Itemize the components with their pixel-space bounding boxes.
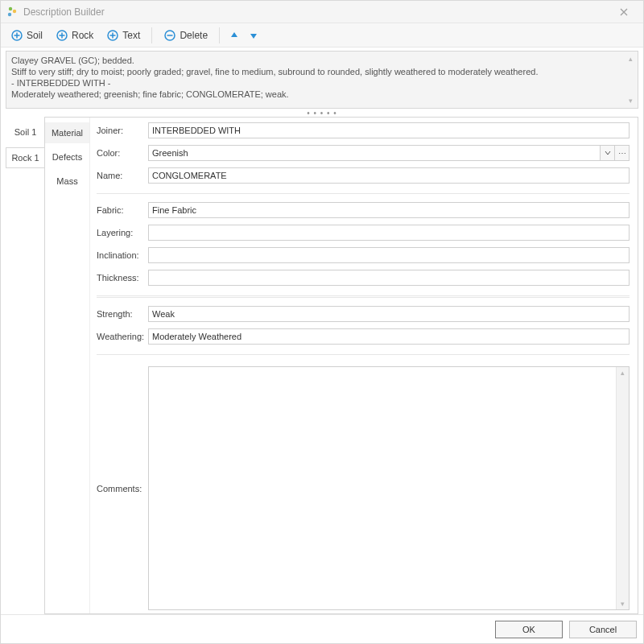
inclination-field[interactable] <box>148 247 630 263</box>
delete-button[interactable]: Delete <box>159 27 213 43</box>
svg-point-0 <box>9 6 12 10</box>
label-comments: Comments: <box>97 366 148 610</box>
app-icon <box>6 6 19 19</box>
label-joiner: Joiner: <box>97 126 148 135</box>
scroll-down-icon: ▾ <box>621 600 625 608</box>
toolbar-separator <box>151 27 152 43</box>
scroll-up-icon: ▴ <box>621 369 625 377</box>
minus-icon <box>163 29 176 42</box>
detail-panel: Material Defects Mass Joiner: Color: <box>44 117 638 614</box>
splitter-handle[interactable]: • • • • • <box>1 109 643 117</box>
category-tabs: Material Defects Mass <box>45 118 90 613</box>
layer-tabs: Soil 1 Rock 1 <box>6 117 44 614</box>
add-text-label: Text <box>122 30 140 41</box>
form-separator <box>97 354 630 355</box>
add-rock-button[interactable]: Rock <box>51 27 98 43</box>
window-title: Description Builder <box>23 6 609 18</box>
description-preview: Clayey GRAVEL (GC); bedded. Stiff to ver… <box>6 51 638 109</box>
tab-material[interactable]: Material <box>45 122 89 143</box>
label-strength: Strength: <box>97 309 148 319</box>
tab-soil-1[interactable]: Soil 1 <box>6 122 44 142</box>
work-area: Soil 1 Rock 1 Material Defects Mass Join… <box>1 117 643 614</box>
scroll-down-icon: ▾ <box>629 95 633 106</box>
dialog-footer: OK Cancel <box>1 614 643 643</box>
label-name: Name: <box>97 171 148 180</box>
add-rock-label: Rock <box>72 30 93 41</box>
color-more-button[interactable]: ⋯ <box>615 145 630 161</box>
thickness-field[interactable] <box>148 270 630 286</box>
weathering-field[interactable] <box>148 328 630 345</box>
plus-icon <box>56 29 68 42</box>
label-fabric: Fabric: <box>97 205 148 215</box>
name-field[interactable] <box>148 167 630 184</box>
label-weathering: Weathering: <box>97 332 148 341</box>
plus-icon <box>106 29 119 42</box>
joiner-field[interactable] <box>148 122 630 138</box>
tab-rock-1[interactable]: Rock 1 <box>6 147 44 168</box>
delete-label: Delete <box>180 30 208 41</box>
layering-field[interactable] <box>148 225 630 241</box>
form-separator <box>97 295 630 298</box>
add-soil-button[interactable]: Soil <box>6 27 47 43</box>
splitter-dots: • • • • • <box>307 109 337 118</box>
add-soil-label: Soil <box>27 30 43 41</box>
preview-line-3: - INTERBEDDED WITH - <box>11 77 633 89</box>
svg-point-2 <box>8 12 11 15</box>
label-inclination: Inclination: <box>97 250 148 260</box>
label-color: Color: <box>97 148 148 158</box>
form-separator <box>97 193 630 194</box>
preview-scrollbar[interactable]: ▴ ▾ <box>625 53 636 106</box>
strength-field[interactable] <box>148 306 630 322</box>
label-thickness: Thickness: <box>97 273 148 283</box>
tab-mass[interactable]: Mass <box>45 171 89 192</box>
svg-point-1 <box>13 9 16 12</box>
color-dropdown-button[interactable] <box>601 145 615 161</box>
toolbar-separator <box>219 27 220 43</box>
preview-line-1: Clayey GRAVEL (GC); bedded. <box>11 55 633 66</box>
preview-line-2: Stiff to very stiff; dry to moist; poorl… <box>11 66 633 77</box>
move-down-button[interactable] <box>246 27 262 43</box>
comments-field[interactable] <box>149 367 629 609</box>
scroll-up-icon: ▴ <box>629 53 633 64</box>
toolbar: Soil Rock Text Delete <box>1 23 643 47</box>
preview-line-4: Moderately weathered; greenish; fine fab… <box>11 89 633 100</box>
plus-icon <box>10 29 23 42</box>
cancel-button[interactable]: Cancel <box>569 621 637 638</box>
window-frame: Description Builder Soil Rock Text <box>0 0 644 644</box>
form-area: Joiner: Color: ⋯ Name: <box>90 118 638 613</box>
ok-button[interactable]: OK <box>495 621 563 638</box>
tab-defects[interactable]: Defects <box>45 147 89 167</box>
label-layering: Layering: <box>97 228 148 237</box>
title-bar: Description Builder <box>1 1 643 23</box>
add-text-button[interactable]: Text <box>101 27 145 43</box>
fabric-field[interactable] <box>148 202 630 218</box>
comments-box: ▴ ▾ <box>148 366 630 610</box>
comments-scrollbar[interactable]: ▴ ▾ <box>616 367 629 609</box>
move-up-button[interactable] <box>226 27 242 43</box>
color-field[interactable] <box>148 145 601 161</box>
close-icon[interactable] <box>609 2 638 22</box>
